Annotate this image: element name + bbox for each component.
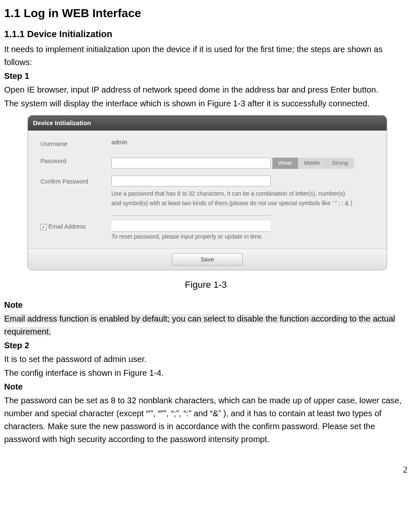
password-label: Password — [40, 155, 111, 166]
password-row: Password Weak Middle Strong — [40, 155, 382, 168]
section-heading: 1.1 Log in WEB Interface — [4, 4, 407, 22]
page-number: 2 — [4, 463, 407, 477]
confirm-row: Confirm Password Use a password that has… — [40, 176, 382, 209]
username-value: admin — [111, 138, 382, 147]
note2-text: The password can be set as 8 to 32 nonbl… — [4, 394, 407, 446]
email-label: Email Address — [48, 222, 86, 231]
step1-text2: The system will display the interface wh… — [4, 97, 407, 110]
email-input[interactable] — [111, 221, 271, 231]
email-checkbox[interactable]: ✓ — [40, 224, 47, 230]
step2-label: Step 2 — [4, 339, 407, 352]
username-row: Username admin — [40, 138, 382, 149]
note2-label: Note — [4, 380, 407, 393]
figure-caption: Figure 1-3 — [4, 278, 407, 292]
dialog-footer: Save — [28, 249, 387, 270]
dialog-body: Username admin Password Weak Middle Stro… — [28, 131, 387, 242]
strength-middle: Middle — [298, 158, 326, 168]
email-hint: To reset password, please input properly… — [111, 232, 353, 242]
figure-wrapper: Device Initialization Username admin Pas… — [4, 115, 407, 270]
step2-text1: It is to set the password of admin user. — [4, 353, 407, 366]
confirm-password-input[interactable] — [111, 176, 271, 186]
intro-text: It needs to implement initialization upo… — [4, 43, 407, 69]
divider — [111, 215, 271, 216]
device-init-dialog: Device Initialization Username admin Pas… — [28, 115, 387, 270]
confirm-label: Confirm Password — [40, 176, 111, 186]
dialog-title: Device Initialization — [28, 116, 387, 130]
strength-strong: Strong — [326, 158, 354, 168]
note1-text: Email address function is enabled by def… — [4, 312, 407, 338]
strength-weak: Weak — [272, 158, 298, 168]
step1-label: Step 1 — [4, 70, 407, 83]
step1-text1: Open IE browser, input IP address of net… — [4, 83, 407, 96]
password-hint: Use a password that has 8 to 32 characte… — [111, 189, 353, 209]
email-row: ✓ Email Address To reset password, pleas… — [40, 221, 382, 242]
password-input[interactable] — [111, 158, 271, 168]
username-label: Username — [40, 138, 111, 149]
password-strength-meter: Weak Middle Strong — [272, 158, 354, 168]
save-button[interactable]: Save — [172, 253, 243, 266]
step2-text2: The config interface is shown in Figure … — [4, 367, 407, 380]
note1-highlight: Email address function is enabled by def… — [4, 314, 395, 336]
subsection-heading: 1.1.1 Device Initialization — [4, 27, 407, 41]
note1-label: Note — [4, 299, 407, 312]
